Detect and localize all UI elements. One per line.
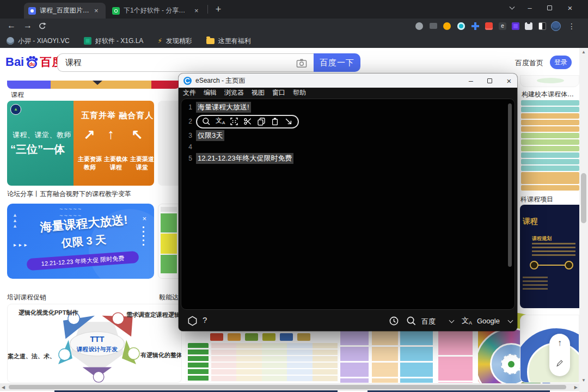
scroll-left-arrow[interactable]: ◀ [2,385,5,390]
hexagon-tool-icon[interactable] [187,316,198,326]
menu-view[interactable]: 视图 [252,88,265,97]
result-image-partial[interactable] [158,101,180,186]
image-label[interactable]: 课程 [11,90,24,100]
scroll-up-arrow[interactable]: ▲ [581,50,586,54]
editor-scrollbar-thumb[interactable] [508,103,512,267]
extension-icon[interactable]: e [499,22,506,30]
search-input[interactable] [65,56,283,69]
back-to-top-button[interactable]: ↑ [549,338,570,348]
result-image-table[interactable] [185,332,341,383]
extension-icon[interactable] [415,22,423,30]
result-image-table[interactable] [520,99,579,193]
editor-line[interactable]: 5 12.21-12.23年终大促限时免费 [181,152,514,164]
camera-icon[interactable] [296,58,307,68]
window-minimize-button[interactable]: – [522,2,538,13]
profile-avatar[interactable] [551,21,561,31]
copy-icon[interactable] [257,117,266,126]
search-button[interactable]: 百度一下 [314,53,360,72]
image-caption[interactable]: 培训课程促销 [7,293,46,302]
ocr-text[interactable]: 仅限3天 [196,130,224,141]
card1-text: 课程、课堂、教师 [13,130,71,140]
horizontal-scrollbar[interactable]: ◀ ▶ [0,383,579,391]
horizontal-scrollbar-thumb[interactable] [9,385,566,389]
bookmark-discover[interactable]: ⚡ 发现精彩 [157,36,192,46]
translate-engine-select[interactable]: Google [477,317,500,325]
baidu-logo[interactable]: Bai du 百度 [5,53,64,71]
editor-line[interactable]: 1 海量课程大放送! [181,101,514,113]
menu-edit[interactable]: 编辑 [204,88,217,97]
menu-file[interactable]: 文件 [183,88,196,97]
diagonal-arrow-icon[interactable] [284,117,293,126]
editor-line[interactable]: 3 仅限3天 [181,130,514,142]
forward-button[interactable]: → [21,21,35,30]
new-tab-button[interactable]: + [211,2,225,16]
menu-help[interactable]: 帮助 [293,88,306,97]
scroll-right-arrow[interactable]: ▶ [574,385,578,390]
result-image-dark-card[interactable]: 课程 课程规划 [520,205,579,308]
reload-button[interactable] [38,22,47,33]
result-image-partial[interactable] [520,75,579,87]
window-maximize-button[interactable] [541,2,558,13]
tab1-close-icon[interactable]: × [94,7,99,15]
help-question-icon[interactable]: ? [203,315,207,324]
editor-line[interactable]: 4 [181,142,514,152]
image-caption[interactable]: 论坛分享丨五育融合视野下的课程教学变革 [7,189,170,199]
bookmark2-favicon-icon [84,37,91,45]
ocr-scan-icon[interactable] [230,117,238,126]
extension-clock-icon[interactable] [443,22,451,30]
extension-icon[interactable] [485,22,493,30]
browser-menu-button[interactable]: ⋮ [566,21,577,32]
result-image-card1[interactable]: ▲ 课程、课堂、教师 “三位”一体 五育并举 融合育人 ↗ ↑ ↖ 主要资源教师… [7,101,154,186]
vertical-scrollbar-thumb[interactable] [581,173,586,223]
cut-scissors-icon[interactable] [243,117,252,126]
tab1-favicon-icon [28,7,36,15]
esearch-titlebar[interactable]: eSearch - 主页面 – × [179,74,517,88]
baidu-home-link[interactable]: 百度首页 [515,58,543,68]
clipboard-icon[interactable] [271,117,279,126]
image-caption[interactable]: 科课程项目 [520,195,578,204]
ocr-text[interactable]: 海量课程大放送! [196,102,251,113]
tab-baidu-images[interactable]: 课程_百度图片搜索 × [24,3,106,19]
translate-icon[interactable]: 文A [216,117,225,126]
image-caption[interactable]: 构建校本课程体… [522,90,578,99]
esearch-maximize-button[interactable] [482,75,497,86]
esearch-close-button[interactable]: × [501,75,517,86]
feedback-pencil-button[interactable] [555,359,564,367]
ocr-text[interactable]: 12.21-12.23年终大促限时免费 [196,153,293,164]
engine-search-icon[interactable] [406,316,416,326]
extension-icon[interactable] [512,22,519,30]
extension-plus-icon[interactable] [471,22,479,30]
esearch-minimize-button[interactable]: – [463,75,479,86]
scroll-down-arrow[interactable]: ▼ [581,378,586,383]
footer-translate-icon[interactable]: 文A [462,316,472,326]
engine-chevron-down-icon[interactable] [449,318,455,323]
search-icon[interactable] [202,117,211,126]
login-button[interactable]: 登录 [550,56,572,69]
bookmark-software[interactable]: 好软件 - X1G.LA [84,36,144,46]
search-engine-select[interactable]: 百度 [421,317,436,327]
menu-browser[interactable]: 浏览器 [224,88,244,97]
vertical-scrollbar[interactable]: ▲ ▼ [579,48,588,392]
result-image-card2[interactable]: ~~~~~~~~~~ ▲▲▲ × ▸ ▸ ▸ 海量课程大放送! 仅限 3 天 1… [7,204,154,279]
tab-search-chevron-icon[interactable] [504,0,520,16]
extension-icon[interactable] [430,23,437,29]
tab2-close-icon[interactable]: × [194,7,199,15]
result-image-card-ttt[interactable]: TTT 课程设计与开发 逻辑化视觉化PPT制作 需求调查定课程逻辑 有逻辑化的整… [7,304,182,383]
extension-icon[interactable] [538,22,546,30]
extension-icon[interactable] [457,22,465,30]
tab-software-site[interactable]: 下1个好软件 - 分享实用好玩有趣 × [108,3,206,19]
menu-window[interactable]: 窗口 [272,88,285,97]
bookmark-xiaoyi[interactable]: 小羿 - XIAOYI.VC [7,36,70,46]
image-caption[interactable]: 毅能达 [159,293,180,302]
result-image-partial[interactable] [7,81,180,89]
translator-chevron-down-icon[interactable] [508,318,513,323]
result-image-table[interactable] [339,331,474,383]
bookmark-folder-welfare[interactable]: 这里有福利 [206,36,251,46]
result-image-partial[interactable] [158,204,180,279]
extensions-puzzle-icon[interactable] [525,22,532,30]
back-button[interactable]: ← [4,21,19,30]
editor-line[interactable]: 2 文A [181,113,514,130]
history-clock-icon[interactable] [389,316,399,326]
esearch-editor[interactable]: 1 海量课程大放送! 2 文A 3 仅限3天 4 [181,99,515,310]
window-close-button[interactable]: × [562,2,578,13]
